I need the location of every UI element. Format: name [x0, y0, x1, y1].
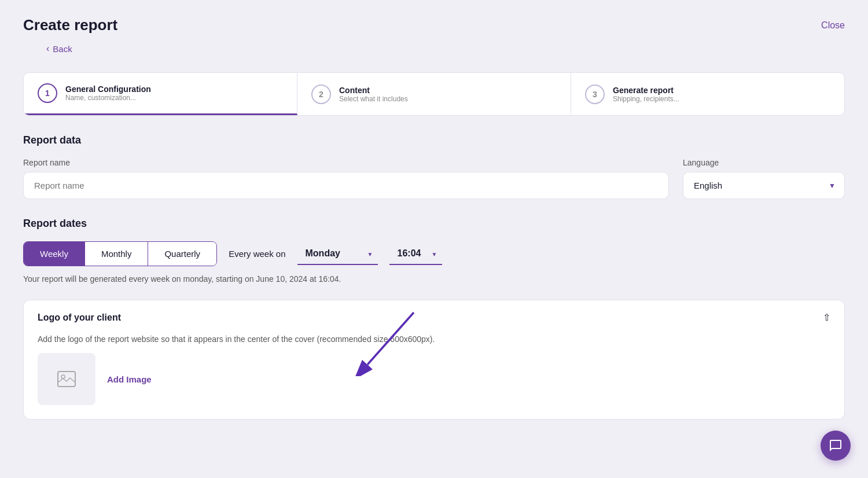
every-week-on-label: Every week on: [229, 249, 285, 259]
language-label: Language: [683, 158, 845, 167]
time-select[interactable]: 16:04 08:00 09:00 12:00 18:00: [389, 242, 442, 265]
step-1-label: General Configuration: [65, 84, 151, 94]
step-1[interactable]: 1 General Configuration Name, customizat…: [24, 73, 297, 115]
report-name-label: Report name: [23, 158, 669, 167]
steps-bar: 1 General Configuration Name, customizat…: [23, 72, 845, 116]
report-data-title: Report data: [23, 134, 845, 146]
schedule-description: Your report will be generated every week…: [23, 274, 845, 284]
language-select[interactable]: English French Spanish German: [683, 172, 845, 199]
step-2[interactable]: 2 Content Select what it includes: [297, 73, 571, 115]
back-button[interactable]: ‹ Back: [23, 43, 95, 65]
report-name-input[interactable]: [23, 172, 669, 199]
close-button[interactable]: Close: [821, 20, 845, 31]
image-placeholder: [38, 353, 95, 405]
chat-bubble-button[interactable]: [821, 431, 851, 461]
step-1-circle: 1: [38, 83, 57, 103]
logo-header[interactable]: Logo of your client ⇧: [24, 300, 844, 334]
step-3-sub: Shipping, recipients...: [613, 95, 679, 103]
step-3-label: Generate report: [613, 86, 679, 95]
step-3[interactable]: 3 Generate report Shipping, recipients..…: [571, 73, 844, 115]
add-image-area: Add Image: [38, 353, 830, 405]
tab-quarterly[interactable]: Quarterly: [148, 242, 216, 266]
tab-weekly[interactable]: Weekly: [24, 242, 85, 266]
chevron-up-icon: ⇧: [823, 312, 830, 323]
step-3-circle: 3: [585, 84, 605, 104]
svg-rect-2: [58, 372, 75, 387]
day-select-wrapper: Monday Tuesday Wednesday Thursday Friday…: [297, 242, 378, 265]
logo-title: Logo of your client: [38, 312, 121, 323]
step-2-circle: 2: [311, 84, 331, 104]
step-2-label: Content: [339, 86, 408, 95]
logo-description: Add the logo of the report website so th…: [38, 334, 830, 344]
tab-monthly[interactable]: Monthly: [85, 242, 149, 266]
day-select[interactable]: Monday Tuesday Wednesday Thursday Friday…: [297, 242, 378, 265]
logo-section: Logo of your client ⇧ Add the logo of th…: [23, 300, 845, 420]
step-2-sub: Select what it includes: [339, 95, 408, 103]
step-1-sub: Name, customization...: [65, 94, 151, 102]
report-dates-title: Report dates: [23, 218, 845, 230]
page-title: Create report: [23, 16, 117, 34]
time-select-wrapper: 16:04 08:00 09:00 12:00 18:00 ▼: [389, 242, 442, 265]
frequency-tab-group: Weekly Monthly Quarterly: [23, 241, 217, 266]
chevron-left-icon: ‹: [46, 43, 49, 54]
add-image-button[interactable]: Add Image: [107, 374, 152, 384]
